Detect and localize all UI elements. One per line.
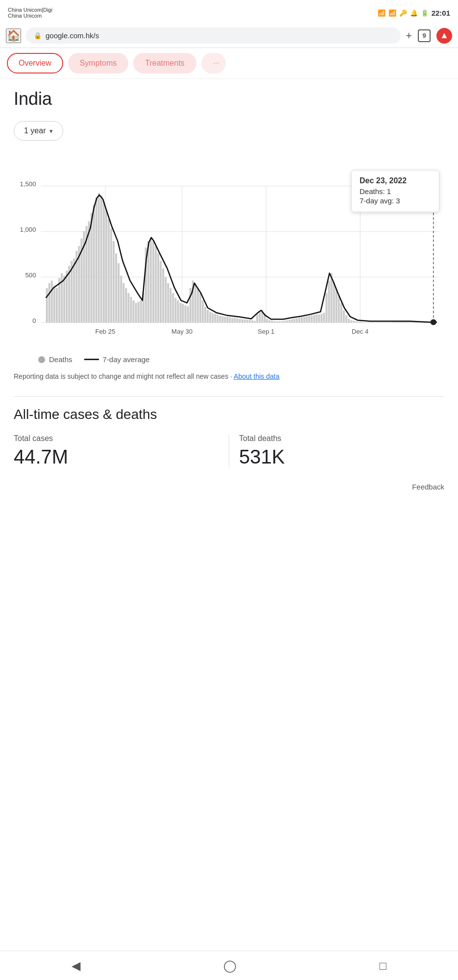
svg-rect-128 xyxy=(320,314,322,322)
profile-icon: ▲ xyxy=(440,30,449,41)
home-button[interactable]: 🏠 xyxy=(6,28,21,43)
carrier2: China Unicom xyxy=(8,13,52,19)
country-title: India xyxy=(14,89,444,109)
add-tab-button[interactable]: + xyxy=(406,29,412,42)
svg-rect-39 xyxy=(100,196,102,323)
svg-rect-67 xyxy=(169,288,171,323)
svg-rect-126 xyxy=(315,314,317,322)
total-deaths-label: Total deaths xyxy=(239,434,444,443)
svg-rect-154 xyxy=(385,322,387,323)
svg-text:0: 0 xyxy=(32,317,36,324)
reporting-text: Reporting data is subject to change and … xyxy=(14,372,228,380)
svg-rect-36 xyxy=(93,205,95,322)
svg-rect-123 xyxy=(308,316,310,322)
svg-rect-88 xyxy=(221,316,223,322)
svg-rect-137 xyxy=(343,310,345,322)
section-divider xyxy=(14,396,444,397)
svg-rect-133 xyxy=(333,282,335,323)
chart-container: 0 500 1,000 1,500 Feb 25 May 30 Sep 1 De… xyxy=(14,150,444,346)
svg-rect-115 xyxy=(289,319,290,322)
svg-rect-84 xyxy=(212,313,214,322)
svg-rect-111 xyxy=(279,321,281,323)
legend-avg: 7-day average xyxy=(84,355,150,364)
svg-text:Sep 1: Sep 1 xyxy=(258,328,274,335)
tooltip-avg: 7-day avg: 3 xyxy=(360,196,431,205)
wifi-icon: 📶 xyxy=(388,9,396,17)
profile-button[interactable]: ▲ xyxy=(436,28,452,44)
svg-text:Dec 4: Dec 4 xyxy=(352,328,368,335)
url-bar[interactable]: 🔒 google.com.hk/s xyxy=(26,27,401,44)
svg-rect-148 xyxy=(370,322,372,323)
svg-rect-110 xyxy=(276,321,278,323)
tooltip-date: Dec 23, 2022 xyxy=(360,176,431,185)
svg-rect-142 xyxy=(355,321,357,323)
svg-text:1,500: 1,500 xyxy=(20,180,36,188)
svg-rect-71 xyxy=(179,303,181,322)
about-this-data-link[interactable]: About this data xyxy=(234,372,279,380)
feedback-button[interactable]: Feedback xyxy=(412,483,444,491)
svg-rect-112 xyxy=(281,321,283,323)
tab-symptoms[interactable]: Symptoms xyxy=(68,53,129,74)
info-text: Reporting data is subject to change and … xyxy=(14,371,444,392)
svg-rect-99 xyxy=(249,319,251,322)
svg-rect-90 xyxy=(226,317,228,322)
svg-rect-55 xyxy=(140,300,142,322)
svg-text:500: 500 xyxy=(25,271,36,279)
tab-more[interactable]: ··· xyxy=(201,53,226,74)
svg-rect-80 xyxy=(202,300,204,322)
total-deaths-value: 531K xyxy=(239,446,444,468)
svg-rect-151 xyxy=(378,322,380,323)
tab-overview[interactable]: Overview xyxy=(7,53,63,74)
back-button[interactable]: ◀ xyxy=(62,957,90,975)
legend-deaths-label: Deaths xyxy=(49,355,72,364)
tooltip-dot xyxy=(431,319,436,325)
recents-button[interactable]: □ xyxy=(370,957,397,975)
signal-icon: 📶 xyxy=(378,9,386,17)
svg-rect-66 xyxy=(167,283,169,323)
svg-rect-140 xyxy=(350,320,352,323)
tab-count[interactable]: 9 xyxy=(418,29,431,42)
svg-rect-132 xyxy=(331,273,333,323)
tooltip-deaths: Deaths: 1 xyxy=(360,187,431,196)
svg-rect-100 xyxy=(251,320,253,323)
tab-treatments[interactable]: Treatments xyxy=(133,53,196,74)
total-cases-value: 44.7M xyxy=(14,446,219,468)
chart-legend: Deaths 7-day average xyxy=(14,351,444,371)
svg-rect-116 xyxy=(291,319,293,322)
legend-deaths: Deaths xyxy=(38,355,72,364)
svg-rect-145 xyxy=(362,322,364,323)
svg-rect-102 xyxy=(256,314,258,322)
svg-rect-68 xyxy=(172,293,174,323)
svg-rect-78 xyxy=(197,288,199,323)
svg-rect-156 xyxy=(390,322,392,323)
svg-rect-91 xyxy=(229,317,231,322)
svg-rect-65 xyxy=(165,277,167,323)
svg-rect-119 xyxy=(298,318,300,322)
svg-rect-143 xyxy=(358,322,360,323)
svg-rect-54 xyxy=(138,302,140,322)
svg-rect-92 xyxy=(232,318,234,322)
svg-rect-135 xyxy=(338,295,340,323)
svg-rect-18 xyxy=(48,283,50,323)
svg-rect-53 xyxy=(135,303,137,322)
svg-rect-93 xyxy=(234,318,236,322)
svg-rect-21 xyxy=(56,288,58,323)
svg-rect-35 xyxy=(91,213,93,322)
svg-rect-28 xyxy=(73,258,75,322)
svg-text:1,000: 1,000 xyxy=(20,226,36,233)
svg-rect-147 xyxy=(367,322,369,323)
svg-rect-139 xyxy=(348,318,350,322)
page-content: India 1 year ▾ 0 500 1,000 1,500 Feb 25 xyxy=(0,79,458,511)
svg-rect-86 xyxy=(217,315,218,322)
svg-rect-87 xyxy=(219,316,221,322)
svg-rect-17 xyxy=(46,288,48,323)
svg-rect-49 xyxy=(125,288,127,323)
chart-tooltip: Dec 23, 2022 Deaths: 1 7-day avg: 3 xyxy=(351,170,439,212)
svg-rect-120 xyxy=(301,317,303,322)
stats-grid: Total cases 44.7M Total deaths 531K xyxy=(14,434,444,468)
svg-rect-77 xyxy=(194,283,196,323)
carrier-info: China Unicom|Digi China Unicom xyxy=(8,7,52,19)
svg-rect-70 xyxy=(177,300,179,322)
time-selector[interactable]: 1 year ▾ xyxy=(14,121,63,141)
home-nav-button[interactable]: ◯ xyxy=(214,957,246,975)
